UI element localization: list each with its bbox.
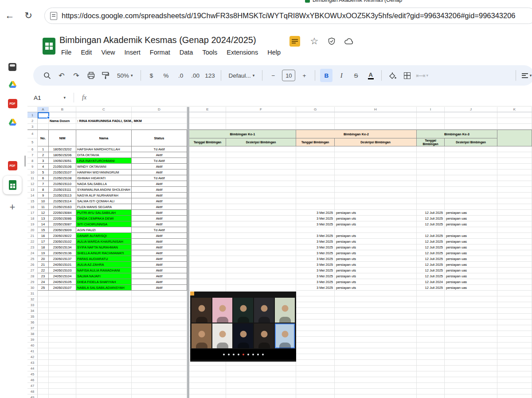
cell[interactable] xyxy=(417,112,445,118)
cell-ke2-deskripsi[interactable]: persiapan uts xyxy=(335,268,417,273)
cell-no[interactable]: 6 xyxy=(38,175,49,181)
cell-ke3-tanggal[interactable]: 12 Juli 2025 xyxy=(417,221,445,227)
row-header-20[interactable]: 20 xyxy=(27,227,38,233)
cell-nama[interactable]: AGIN FAUZI xyxy=(76,227,132,233)
cell-ke2-deskripsi[interactable] xyxy=(335,187,417,193)
header-bimbingan-ke2-deskripsi[interactable]: Deskripsi Bimbingan xyxy=(335,138,417,146)
cell[interactable] xyxy=(497,158,532,164)
cell-ke2-tanggal[interactable]: 3 Mei 2025 xyxy=(296,285,335,291)
cell[interactable] xyxy=(296,319,335,325)
cell-ke2-tanggal[interactable]: 3 Mei 2025 xyxy=(296,216,335,221)
cell[interactable] xyxy=(76,331,132,337)
cell[interactable] xyxy=(49,124,76,130)
cell[interactable] xyxy=(296,394,335,398)
cell[interactable] xyxy=(497,366,532,371)
cell-ke3-tanggal[interactable]: 12 Juli 2025 xyxy=(417,268,445,273)
cell-ke3-tanggal[interactable]: 12 Juli 2025 xyxy=(417,244,445,250)
workspaces-icon[interactable] xyxy=(8,62,17,72)
row-header-3[interactable]: 3 xyxy=(27,124,38,130)
cell-no[interactable]: 9 xyxy=(38,193,49,198)
cell[interactable] xyxy=(226,204,296,210)
cell-ke3-tanggal[interactable] xyxy=(417,164,445,169)
cell-nim[interactable]: 2105015114 xyxy=(49,198,76,204)
select-all-corner[interactable] xyxy=(27,107,38,112)
cell[interactable] xyxy=(226,366,296,371)
cell[interactable] xyxy=(335,377,417,383)
cell-ke2-deskripsi[interactable] xyxy=(335,198,417,204)
row-header-46[interactable]: 46 xyxy=(27,377,38,383)
cell[interactable] xyxy=(76,394,132,398)
cell-nama[interactable]: AULIA AZ-ZAHRA xyxy=(76,262,132,268)
row-header-7[interactable]: 7 xyxy=(27,152,38,158)
cell[interactable] xyxy=(38,296,49,302)
cell-nim[interactable]: 2105015106 xyxy=(49,164,76,169)
cell[interactable] xyxy=(417,337,445,343)
cell[interactable] xyxy=(445,308,497,314)
row-header-26[interactable]: 26 xyxy=(27,262,38,268)
cell-nama[interactable]: SALWA NAJAFI xyxy=(76,273,132,279)
cell-ke2-deskripsi[interactable] xyxy=(335,193,417,198)
row-header-45[interactable]: 45 xyxy=(27,371,38,377)
row-header-44[interactable]: 44 xyxy=(27,366,38,371)
cell[interactable] xyxy=(445,377,497,383)
cell[interactable] xyxy=(38,383,49,389)
cell-ke2-tanggal[interactable]: 3 Mei 2025 xyxy=(296,239,335,244)
cell[interactable] xyxy=(189,221,226,227)
cell[interactable] xyxy=(49,389,76,394)
cell-ke2-tanggal[interactable] xyxy=(296,175,335,181)
cell[interactable] xyxy=(497,371,532,377)
cell-ke3-deskripsi[interactable]: persiapan uas xyxy=(445,250,497,256)
cell-ke2-tanggal[interactable]: 3 Mei 2025 xyxy=(296,262,335,268)
cell[interactable] xyxy=(38,394,49,398)
header-bimbingan-ke3-tanggal[interactable]: Tanggal Bimbingan xyxy=(417,138,445,146)
cell[interactable] xyxy=(226,187,296,193)
row-header-33[interactable]: 33 xyxy=(27,302,38,308)
cell-no[interactable]: 16 xyxy=(38,233,49,239)
cell-ke2-tanggal[interactable]: 3 Mei 2025 xyxy=(296,210,335,216)
cell-status[interactable]: Td Aktif xyxy=(132,175,187,181)
cell-no[interactable]: 25 xyxy=(38,285,49,291)
row-header-8[interactable]: 8 xyxy=(27,158,38,164)
cell[interactable] xyxy=(445,360,497,366)
add-button[interactable]: + xyxy=(8,202,17,212)
row-header-37[interactable]: 37 xyxy=(27,325,38,331)
cell[interactable] xyxy=(497,233,532,239)
spreadsheet-grid[interactable]: ABCDEFGHIJK12Nama Dosen: RINA KHAIRUNNIS… xyxy=(27,107,532,398)
cell[interactable] xyxy=(417,314,445,319)
column-header-D[interactable]: D xyxy=(132,107,187,112)
row-header-31[interactable]: 31 xyxy=(27,291,38,296)
menu-format[interactable]: Format xyxy=(149,48,171,56)
cell[interactable] xyxy=(132,314,187,319)
cell[interactable] xyxy=(417,377,445,383)
cell[interactable] xyxy=(296,314,335,319)
cell[interactable] xyxy=(445,118,497,124)
cell[interactable] xyxy=(189,273,226,279)
cell[interactable] xyxy=(189,250,226,256)
cell[interactable] xyxy=(38,354,49,360)
header-extra[interactable] xyxy=(497,130,532,146)
cell[interactable] xyxy=(226,181,296,187)
cell[interactable] xyxy=(417,389,445,394)
row-header-12[interactable]: 12 xyxy=(27,181,38,187)
cell-no[interactable]: 24 xyxy=(38,279,49,285)
cell[interactable] xyxy=(38,343,49,348)
cell-ke2-deskripsi[interactable]: persiapan uts xyxy=(335,285,417,291)
cell-status[interactable]: Aktif xyxy=(132,221,187,227)
cell[interactable] xyxy=(38,337,49,343)
row-header-23[interactable]: 23 xyxy=(27,244,38,250)
cell[interactable] xyxy=(132,112,187,118)
cell[interactable] xyxy=(189,279,226,285)
cell[interactable] xyxy=(296,360,335,366)
cell-ke3-tanggal[interactable] xyxy=(417,227,445,233)
cell-nama[interactable]: SALMA ISTI QOMAH ALI xyxy=(76,198,132,204)
search-icon[interactable] xyxy=(41,69,53,82)
row-header-6[interactable]: 6 xyxy=(27,146,38,152)
cell-ke3-deskripsi[interactable]: persiapan uas xyxy=(445,285,497,291)
sheets-app-icon-active[interactable] xyxy=(3,176,22,194)
cell[interactable] xyxy=(417,296,445,302)
cell-ke3-deskripsi[interactable]: persiapan uas xyxy=(445,256,497,262)
shield-check-icon[interactable] xyxy=(326,35,337,47)
cell[interactable] xyxy=(76,360,132,366)
cell[interactable] xyxy=(226,169,296,175)
cell-ke3-deskripsi[interactable]: persiapan uas xyxy=(445,210,497,216)
